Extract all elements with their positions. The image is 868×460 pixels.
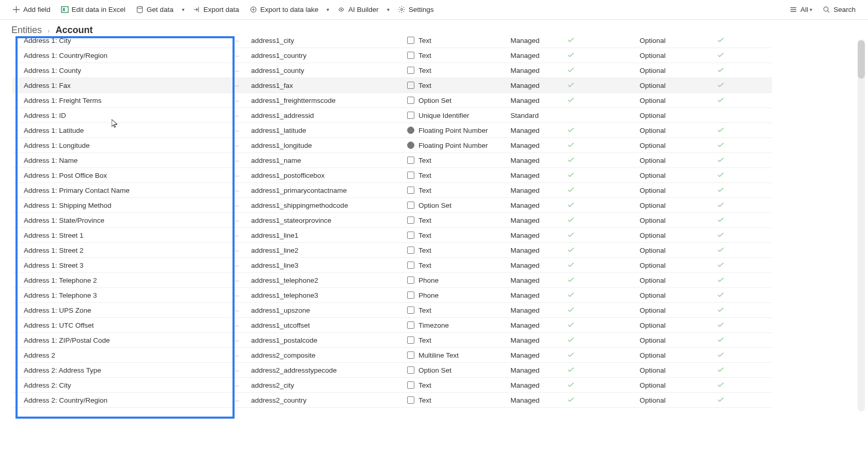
field-check1 [567,201,640,210]
view-filter-button[interactable]: All ▾ [786,5,815,14]
ai-builder-button[interactable]: AI Builder [334,5,382,14]
table-row[interactable]: Address 1: County···address1_countyTextM… [12,63,772,78]
field-type: Text [407,396,510,404]
table-row[interactable]: Address 1: Telephone 2···address1_teleph… [12,273,772,288]
field-required: Optional [640,381,717,389]
more-actions-button[interactable]: ··· [230,52,242,59]
more-actions-button[interactable]: ··· [230,127,242,134]
field-check2 [717,306,748,315]
more-actions-button[interactable]: ··· [230,142,242,149]
database-icon [136,6,144,13]
more-actions-button[interactable]: ··· [230,67,242,74]
table-row[interactable]: Address 1: ID···address1_addressidUnique… [12,108,772,123]
table-row[interactable]: Address 2···address2_compositeMultiline … [12,348,772,363]
table-row[interactable]: Address 1: Street 1···address1_line1Text… [12,228,772,243]
field-managed: Managed [510,351,567,359]
more-actions-button[interactable]: ··· [230,172,242,179]
field-managed: Managed [510,321,567,329]
export-data-label: Export data [204,6,239,13]
settings-button[interactable]: Settings [395,5,437,14]
table-row[interactable]: Address 1: Fax···address1_faxTextManaged… [12,78,772,93]
more-actions-button[interactable]: ··· [230,396,242,404]
export-lake-button[interactable]: Export to data lake [246,5,322,14]
field-display-name: Address 2: Address Type [24,366,230,374]
field-check1 [567,291,640,300]
scrollbar-track[interactable] [858,39,865,411]
chevron-down-icon[interactable]: ▾ [182,7,184,12]
more-actions-button[interactable]: ··· [230,277,242,284]
field-schema-name: address1_latitude [242,127,407,134]
field-required: Optional [640,396,717,404]
table-row[interactable]: Address 1: Latitude···address1_latitudeF… [12,123,772,138]
table-row[interactable]: Address 1: UPS Zone···address1_upszoneTe… [12,303,772,318]
table-row[interactable]: Address 1: Longitude···address1_longitud… [12,138,772,153]
more-actions-button[interactable]: ··· [230,306,242,314]
field-schema-name: address1_stateorprovince [242,217,407,224]
more-actions-button[interactable]: ··· [230,157,242,164]
field-required: Optional [640,97,717,104]
table-row[interactable]: Address 1: Primary Contact Name···addres… [12,183,772,198]
more-actions-button[interactable]: ··· [230,336,242,344]
table-row[interactable]: Address 1: Name···address1_nameTextManag… [12,153,772,168]
more-actions-button[interactable]: ··· [230,381,242,389]
field-display-name: Address 1: City [24,37,230,44]
search-button[interactable]: Search [819,5,859,14]
field-display-name: Address 1: Shipping Method [24,202,230,209]
table-row[interactable]: Address 1: Country/Region···address1_cou… [12,48,772,63]
table-row[interactable]: Address 1: State/Province···address1_sta… [12,213,772,228]
more-actions-button[interactable]: ··· [230,232,242,239]
more-actions-button[interactable]: ··· [230,97,242,104]
get-data-button[interactable]: Get data [133,5,177,14]
svg-rect-0 [61,7,68,12]
field-required: Optional [640,306,717,314]
field-display-name: Address 1: Fax [24,82,230,89]
table-row[interactable]: Address 1: Shipping Method···address1_sh… [12,198,772,213]
more-actions-button[interactable]: ··· [230,187,242,194]
field-check2 [717,321,748,330]
field-required: Optional [640,142,717,149]
chevron-down-icon[interactable]: ▾ [327,7,329,12]
table-row[interactable]: Address 1: City···address1_cityTextManag… [12,33,772,48]
add-field-button[interactable]: Add field [9,5,54,14]
table-row[interactable]: Address 1: UTC Offset···address1_utcoffs… [12,318,772,333]
more-actions-button[interactable]: ··· [230,112,242,119]
field-managed: Managed [510,262,567,269]
export-data-button[interactable]: Export data [190,5,242,14]
more-actions-button[interactable]: ··· [230,366,242,374]
field-display-name: Address 1: Telephone 3 [24,292,230,299]
field-check1 [567,306,640,315]
more-actions-button[interactable]: ··· [230,82,242,89]
table-row[interactable]: Address 1: Post Office Box···address1_po… [12,168,772,183]
table-row[interactable]: Address 2: City···address2_cityTextManag… [12,378,772,393]
more-actions-button[interactable]: ··· [230,262,242,269]
field-display-name: Address 2 [24,351,230,359]
table-row[interactable]: Address 2: Address Type···address2_addre… [12,363,772,378]
scrollbar-thumb[interactable] [858,40,865,79]
chevron-down-icon[interactable]: ▾ [387,7,390,12]
table-row[interactable]: Address 1: Telephone 3···address1_teleph… [12,288,772,303]
table-row[interactable]: Address 1: Street 2···address1_line2Text… [12,243,772,258]
more-actions-button[interactable]: ··· [230,292,242,299]
table-row[interactable]: Address 2: Country/Region···address2_cou… [12,393,772,408]
more-actions-button[interactable]: ··· [230,351,242,359]
field-type: Option Set [407,366,510,374]
table-row[interactable]: Address 1: Street 3···address1_line3Text… [12,258,772,273]
field-type: Text [407,172,510,179]
more-actions-button[interactable]: ··· [230,202,242,209]
more-actions-button[interactable]: ··· [230,247,242,254]
excel-icon [61,6,69,13]
field-display-name: Address 1: ID [24,112,230,119]
edit-excel-button[interactable]: Edit data in Excel [58,5,129,14]
field-required: Optional [640,157,717,164]
field-check2 [717,156,748,165]
field-managed: Managed [510,142,567,149]
more-actions-button[interactable]: ··· [230,37,242,44]
field-managed: Managed [510,172,567,179]
field-schema-name: address1_postofficebox [242,172,407,179]
field-type: Phone [407,292,510,299]
more-actions-button[interactable]: ··· [230,321,242,329]
table-row[interactable]: Address 1: ZIP/Postal Code···address1_po… [12,333,772,348]
more-actions-button[interactable]: ··· [230,217,242,224]
field-check2 [717,351,748,360]
table-row[interactable]: Address 1: Freight Terms···address1_frei… [12,93,772,108]
